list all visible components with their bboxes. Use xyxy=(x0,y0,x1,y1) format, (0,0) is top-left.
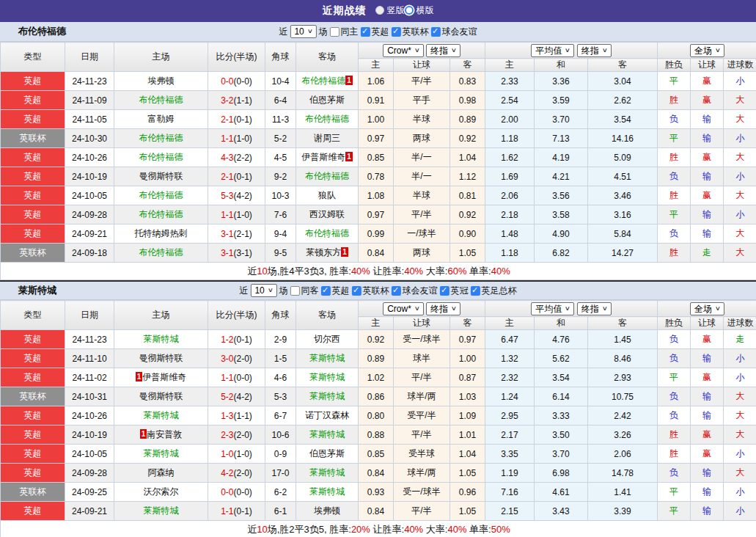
period-select[interactable]: 全场∨ xyxy=(690,302,724,315)
avg-away-odds: 14.78 xyxy=(588,464,658,483)
title-bar: 近期战绩 竖版横版 xyxy=(0,0,756,22)
result-goals: 大 xyxy=(724,244,756,263)
match-row: 英超24-09-21托特纳姆热刺3-1(2-1)9-4布伦特福德0.99一/球半… xyxy=(1,224,756,244)
bookmaker-select[interactable]: Crow*∨ xyxy=(383,302,424,315)
corners-cell: 11-3 xyxy=(265,110,296,129)
away-team-cell: 埃弗顿 xyxy=(296,502,359,521)
red-card-badge: 1 xyxy=(345,76,353,85)
summary-part: 单率: xyxy=(466,266,491,277)
handicap-away-odds: 0.96 xyxy=(450,483,485,502)
avg-home-odds: 6.47 xyxy=(485,330,535,349)
recent-count-select[interactable]: 10∨ xyxy=(250,284,276,297)
summary-part: 让胜率: xyxy=(370,266,404,277)
score-cell: 1-2(0-1) xyxy=(208,330,265,349)
odds-stage-select[interactable]: 终指∨ xyxy=(426,302,460,315)
avg-away-odds: 5.09 xyxy=(588,148,658,167)
col-corners: 角球 xyxy=(265,43,296,72)
away-team-cell: 布伦特福德 xyxy=(296,167,359,186)
result-handicap: 赢 xyxy=(691,445,724,464)
match-row: 英超24-09-28阿森纳4-2(2-0)17-0莱斯特城0.84球半/两1.0… xyxy=(1,464,756,483)
away-team-cell: 莱斯特城 xyxy=(296,425,359,445)
odds-stage-select[interactable]: 终指∨ xyxy=(426,44,460,57)
handicap-away-odds: 1.04 xyxy=(450,445,485,464)
avg-source-select[interactable]: 平均值∨ xyxy=(531,44,574,57)
result-handicap: 输 xyxy=(691,205,724,224)
fulltime-score: 4-2 xyxy=(221,468,233,478)
same-venue-checkbox[interactable]: 同主 xyxy=(330,26,359,38)
league-checkbox-0[interactable]: 英超 xyxy=(321,285,350,297)
period-select[interactable]: 全场∨ xyxy=(690,44,724,57)
recent-label: 近 xyxy=(239,285,248,297)
fulltime-score: 3-0 xyxy=(221,354,233,364)
league-checkbox-0[interactable]: 英超 xyxy=(361,26,389,38)
halftime-score: (1-1) xyxy=(234,411,252,421)
league-cell: 英超 xyxy=(1,445,65,464)
score-cell: 1-1(1-0) xyxy=(208,129,265,148)
handicap-home-odds: 0.99 xyxy=(359,224,394,244)
avg-home-odds: 7.16 xyxy=(485,483,535,502)
avg-home-odds: 1.19 xyxy=(485,464,535,483)
handicap-line: 半/一 xyxy=(394,148,450,167)
result-goals: 走 xyxy=(724,330,756,349)
avg-home-odds: 2.18 xyxy=(485,205,535,224)
away-team-name: 莱斯特城 xyxy=(309,353,345,363)
home-team-cell: 布伦特福德 xyxy=(114,129,208,148)
corners-cell: 1-5 xyxy=(265,349,296,368)
result-wdl: 胜 xyxy=(658,91,691,110)
chevron-down-icon: ∨ xyxy=(602,304,608,314)
avg-away-odds: 2.42 xyxy=(588,406,658,425)
summary-part: 60% xyxy=(447,266,466,277)
league-checkbox-1[interactable]: 英联杯 xyxy=(392,26,429,38)
col-score: 比分(半场) xyxy=(208,301,265,330)
avg-source-select[interactable]: 平均值∨ xyxy=(531,302,574,315)
chevron-down-icon: ∨ xyxy=(268,285,274,296)
league-checkbox-1[interactable]: 英联杯 xyxy=(352,285,389,297)
date-cell: 24-10-26 xyxy=(65,148,114,167)
handicap-home-odds: 0.80 xyxy=(359,406,394,425)
summary-part: 大率: xyxy=(423,524,447,535)
score-cell: 3-2(1-1) xyxy=(208,91,265,110)
handicap-line: 球半 xyxy=(394,349,450,368)
halftime-score: (2-0) xyxy=(234,354,252,364)
bookmaker-select[interactable]: Crow*∨ xyxy=(383,44,424,57)
result-handicap: 输 xyxy=(691,502,724,521)
league-cell: 英联杯 xyxy=(1,483,65,502)
summary-text: 近10场,胜4平3负3, 胜率:40% 让胜率:40% 大率:60% 单率:40… xyxy=(1,263,756,280)
league-checkbox-3[interactable]: 英冠 xyxy=(440,285,469,297)
layout-radio-1[interactable]: 横版 xyxy=(405,4,434,17)
corners-cell: 10-3 xyxy=(265,186,296,205)
recent-count-select[interactable]: 10∨ xyxy=(290,25,316,38)
away-team-name: 切尔西 xyxy=(314,334,340,344)
result-goals: 小 xyxy=(724,483,756,502)
corners-cell: 2-9 xyxy=(265,330,296,349)
summary-part: 10 xyxy=(257,266,267,277)
league-checkbox-2[interactable]: 球会友谊 xyxy=(431,26,477,38)
radio-selected-icon xyxy=(405,6,414,15)
league-checkbox-4[interactable]: 英足总杯 xyxy=(471,285,517,297)
corners-cell: 5-3 xyxy=(265,387,296,406)
home-team-name: 布伦特福德 xyxy=(139,190,183,200)
league-checkbox-2[interactable]: 球会友谊 xyxy=(392,285,438,297)
fulltime-score: 3-2 xyxy=(221,95,233,106)
avg-draw-odds: 6.98 xyxy=(535,464,588,483)
same-venue-checkbox[interactable]: 同客 xyxy=(290,285,319,297)
home-team-name: 曼彻斯特联 xyxy=(139,391,183,401)
avg-draw-odds: 3.33 xyxy=(535,406,588,425)
same-venue-label: 同客 xyxy=(301,285,319,297)
result-goals: 小 xyxy=(724,129,756,148)
fulltime-score: 2-1 xyxy=(221,114,233,125)
halftime-score: (0-1) xyxy=(234,172,252,182)
layout-radio-0[interactable]: 竖版 xyxy=(375,4,405,17)
col-home: 主场 xyxy=(114,43,208,72)
summary-part: 近 xyxy=(247,266,257,277)
fulltime-score: 1-0 xyxy=(221,449,233,459)
avg-stage-select[interactable]: 终指∨ xyxy=(577,302,612,315)
avg-stage-select[interactable]: 终指∨ xyxy=(577,44,612,57)
chevron-down-icon: ∨ xyxy=(602,45,608,56)
score-cell: 0-0(0-0) xyxy=(208,72,265,91)
avg-select-group: 平均值∨ 终指∨ xyxy=(485,301,658,317)
league-cell: 英联杯 xyxy=(1,129,65,148)
handicap-home-odds: 0.93 xyxy=(359,483,394,502)
handicap-home-odds: 0.84 xyxy=(359,502,394,521)
avg-home-odds: 1.69 xyxy=(485,167,535,186)
